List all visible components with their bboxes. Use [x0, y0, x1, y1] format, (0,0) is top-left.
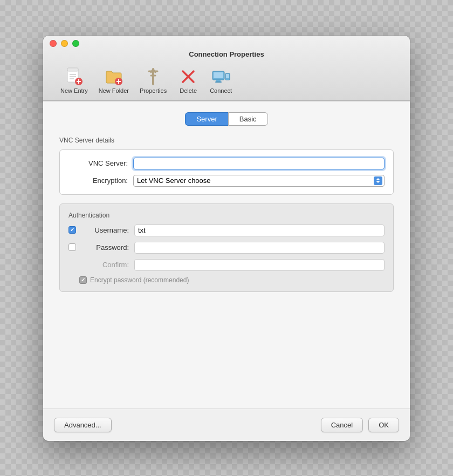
username-row: Username: [68, 225, 385, 236]
tab-control: Server Basic [59, 112, 394, 126]
new-entry-label: New Entry [60, 87, 88, 94]
new-folder-icon [104, 67, 123, 86]
vnc-section-label: VNC Server details [59, 137, 394, 144]
maximize-button[interactable] [72, 40, 79, 47]
vnc-server-label: VNC Server: [68, 159, 128, 167]
username-input[interactable] [134, 225, 385, 236]
minimize-button[interactable] [61, 40, 68, 47]
toolbar-delete[interactable]: Delete [172, 65, 204, 96]
toolbar-new-folder[interactable]: New Folder [93, 65, 134, 96]
cancel-button[interactable]: Cancel [321, 418, 363, 432]
ok-button[interactable]: OK [368, 418, 399, 432]
confirm-label: Confirm: [80, 261, 129, 269]
encryption-row: Encryption: Let VNC Server choose Always… [68, 175, 385, 187]
encryption-select[interactable]: Let VNC Server choose Always on Always o… [133, 175, 385, 187]
encrypt-row: Encrypt password (recommended) [79, 276, 385, 284]
main-window: Connection Properties New Ent [43, 36, 410, 441]
new-folder-label: New Folder [99, 87, 129, 94]
connect-icon [211, 67, 231, 86]
svg-rect-19 [214, 72, 223, 78]
auth-section-label: Authentication [68, 212, 385, 219]
bottom-bar: Advanced... Cancel OK [43, 409, 410, 441]
window-title: Connection Properties [189, 50, 264, 58]
main-content: Server Basic VNC Server details VNC Serv… [43, 101, 410, 409]
confirm-row: Confirm: [68, 259, 385, 271]
properties-icon [143, 67, 163, 86]
new-entry-icon [64, 67, 84, 86]
window-controls [50, 40, 79, 47]
username-checkbox-wrapper [68, 226, 77, 235]
action-buttons: Cancel OK [321, 418, 399, 432]
svg-rect-23 [226, 74, 229, 78]
password-checkbox-wrapper [68, 243, 77, 252]
username-label: Username: [80, 226, 129, 234]
password-checkbox[interactable] [68, 243, 76, 251]
tab-server[interactable]: Server [185, 112, 228, 126]
advanced-button[interactable]: Advanced... [54, 418, 112, 432]
delete-icon [179, 67, 198, 86]
svg-rect-20 [216, 80, 221, 81]
encrypt-label: Encrypt password (recommended) [90, 276, 189, 284]
auth-box: Authentication Username: Password: [59, 203, 394, 292]
delete-label: Delete [180, 87, 197, 94]
toolbar-new-entry[interactable]: New Entry [55, 65, 93, 96]
close-button[interactable] [50, 40, 57, 47]
password-label: Password: [80, 243, 129, 251]
vnc-server-box: VNC Server: Encryption: Let VNC Server c… [59, 149, 394, 195]
encryption-label: Encryption: [68, 176, 128, 185]
toolbar: New Entry New Folder [55, 63, 237, 100]
titlebar: Connection Properties New Ent [43, 36, 410, 101]
confirm-spacer [68, 261, 77, 269]
vnc-server-row: VNC Server: [68, 158, 385, 169]
toolbar-connect[interactable]: Connect [204, 65, 237, 96]
svg-rect-21 [215, 81, 222, 83]
toolbar-properties[interactable]: Properties [134, 65, 172, 96]
username-checkbox[interactable] [68, 226, 76, 234]
encrypt-checkbox[interactable] [79, 276, 87, 284]
password-row: Password: [68, 242, 385, 254]
vnc-server-input[interactable] [133, 158, 385, 169]
confirm-input[interactable] [134, 259, 385, 271]
svg-rect-24 [226, 79, 229, 80]
svg-rect-1 [67, 68, 78, 71]
tab-basic[interactable]: Basic [228, 112, 268, 126]
empty-area [59, 301, 394, 409]
properties-label: Properties [140, 87, 167, 94]
encryption-select-wrapper: Let VNC Server choose Always on Always o… [133, 175, 385, 187]
password-input[interactable] [134, 242, 385, 254]
connect-label: Connect [210, 87, 232, 94]
